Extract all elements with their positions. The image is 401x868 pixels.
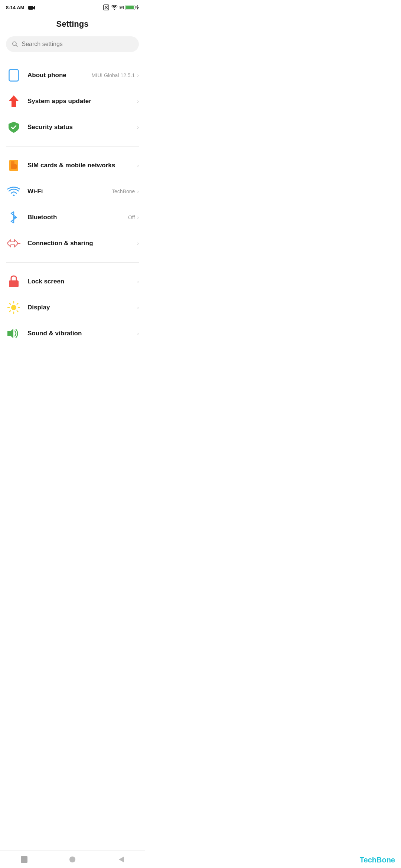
system-apps-chevron: › xyxy=(137,98,139,104)
bluetooth-icon xyxy=(6,210,22,225)
wifi-label: Wi-Fi xyxy=(27,188,43,195)
sim-icon xyxy=(6,158,22,173)
battery-container: 94 xyxy=(120,5,139,10)
system-apps-label: System apps updater xyxy=(27,98,91,105)
status-left: 8:14 AM xyxy=(6,4,35,11)
connection-label: Connection & sharing xyxy=(27,240,93,247)
security-label: Security status xyxy=(27,124,73,131)
divider-2 xyxy=(6,262,139,263)
speaker-icon xyxy=(7,328,20,339)
lock-screen-item[interactable]: Lock screen › xyxy=(0,269,145,295)
status-time: 8:14 AM xyxy=(6,5,24,10)
svg-point-17 xyxy=(11,305,16,310)
connection-arrows-icon xyxy=(7,238,20,249)
display-label: Display xyxy=(27,304,50,311)
system-apps-right: › xyxy=(137,98,139,104)
display-content: Display › xyxy=(27,304,139,311)
section-3: Lock screen › Display › xyxy=(0,266,145,349)
about-phone-value: MIUI Global 12.5.1 xyxy=(92,72,135,78)
connection-content: Connection & sharing › xyxy=(27,240,139,247)
shield-icon xyxy=(6,119,22,135)
section-1: About phone MIUI Global 12.5.1 › System … xyxy=(0,59,145,143)
svg-marker-9 xyxy=(9,95,19,107)
system-apps-content: System apps updater › xyxy=(27,98,139,105)
battery-level: 94 xyxy=(120,5,124,10)
search-container xyxy=(0,36,145,59)
about-phone-right: MIUI Global 12.5.1 › xyxy=(92,72,139,78)
sim-cards-item[interactable]: SIM cards & mobile networks › xyxy=(0,152,145,178)
svg-rect-0 xyxy=(28,6,33,10)
about-phone-content: About phone MIUI Global 12.5.1 › xyxy=(27,72,139,79)
bluetooth-symbol-icon xyxy=(10,211,18,224)
svg-marker-26 xyxy=(7,329,13,338)
svg-marker-1 xyxy=(33,6,35,10)
svg-rect-12 xyxy=(11,161,14,164)
sound-right: › xyxy=(137,331,139,336)
sun-icon xyxy=(7,301,20,314)
svg-marker-5 xyxy=(136,5,139,10)
wifi-item[interactable]: Wi-Fi TechBone › xyxy=(0,178,145,204)
display-chevron: › xyxy=(137,305,139,310)
phone-icon xyxy=(6,68,22,83)
connection-chevron: › xyxy=(137,240,139,246)
search-icon xyxy=(12,41,18,47)
battery-fill xyxy=(125,6,134,9)
status-bar: 8:14 AM 94 xyxy=(0,0,145,13)
search-input[interactable] xyxy=(22,41,133,47)
lock-screen-label: Lock screen xyxy=(27,278,64,285)
upload-arrow-icon xyxy=(9,95,19,107)
wifi-value: TechBone xyxy=(112,188,135,194)
security-right: › xyxy=(137,124,139,130)
system-apps-updater-item[interactable]: System apps updater › xyxy=(0,88,145,114)
connection-icon xyxy=(6,236,22,251)
svg-rect-11 xyxy=(11,164,17,169)
security-chevron: › xyxy=(137,124,139,130)
bluetooth-chevron: › xyxy=(137,214,139,220)
connection-right: › xyxy=(137,240,139,246)
bluetooth-item[interactable]: Bluetooth Off › xyxy=(0,204,145,230)
svg-rect-8 xyxy=(9,70,19,81)
sound-label: Sound & vibration xyxy=(27,330,82,337)
svg-line-25 xyxy=(10,311,11,312)
arrow-up-icon xyxy=(6,93,22,109)
divider-1 xyxy=(6,146,139,147)
display-item[interactable]: Display › xyxy=(0,295,145,320)
svg-line-24 xyxy=(17,303,18,305)
sound-content: Sound & vibration › xyxy=(27,330,139,337)
sim-label: SIM cards & mobile networks xyxy=(27,162,115,169)
wifi-chevron: › xyxy=(137,188,139,194)
battery-icon xyxy=(125,5,135,10)
wifi-right: TechBone › xyxy=(112,188,139,194)
security-content: Security status › xyxy=(27,124,139,131)
about-phone-item[interactable]: About phone MIUI Global 12.5.1 › xyxy=(0,62,145,88)
page-title: Settings xyxy=(0,13,145,36)
charging-icon xyxy=(136,5,139,10)
lock-symbol-icon xyxy=(9,275,19,288)
sim-card-icon xyxy=(8,159,20,172)
sim-content: SIM cards & mobile networks › xyxy=(27,162,139,169)
notification-icon xyxy=(103,4,109,10)
svg-point-13 xyxy=(13,195,15,197)
status-icons: 94 xyxy=(103,4,139,10)
sound-icon xyxy=(6,326,22,341)
sim-chevron: › xyxy=(137,162,139,168)
svg-line-23 xyxy=(17,311,18,312)
search-bar[interactable] xyxy=(6,36,139,52)
bluetooth-label: Bluetooth xyxy=(27,214,57,221)
svg-marker-15 xyxy=(7,240,18,247)
about-phone-label: About phone xyxy=(27,72,66,79)
camera-icon xyxy=(28,5,35,10)
sim-right: › xyxy=(137,162,139,168)
about-phone-chevron: › xyxy=(137,72,139,78)
bluetooth-right: Off › xyxy=(128,214,139,220)
section-2: SIM cards & mobile networks › Wi-Fi Tech… xyxy=(0,149,145,259)
lock-screen-chevron: › xyxy=(137,279,139,285)
wifi-icon xyxy=(6,184,22,199)
lock-screen-right: › xyxy=(137,279,139,285)
shield-check-icon xyxy=(8,121,20,134)
svg-line-22 xyxy=(10,303,11,305)
display-right: › xyxy=(137,305,139,310)
connection-sharing-item[interactable]: Connection & sharing › xyxy=(0,230,145,256)
sound-vibration-item[interactable]: Sound & vibration › xyxy=(0,320,145,346)
security-status-item[interactable]: Security status › xyxy=(0,114,145,140)
